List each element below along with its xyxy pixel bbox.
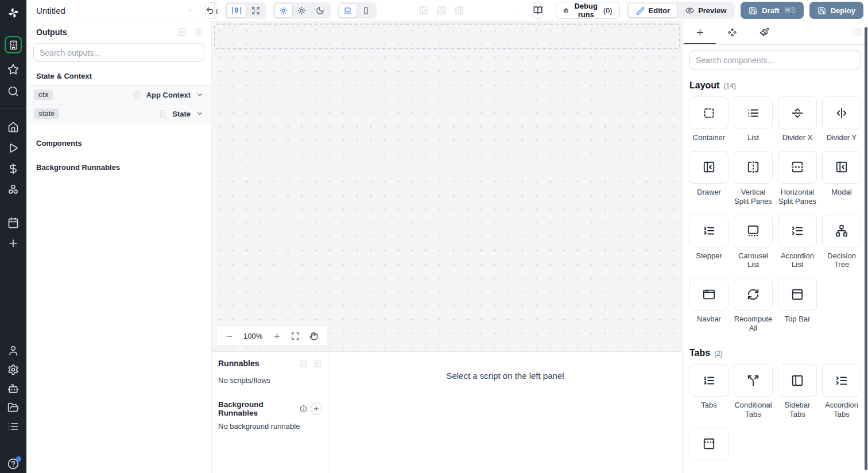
editor-mode-button[interactable]: Editor (628, 3, 679, 18)
component-card-divider-y[interactable]: Divider Y (822, 96, 861, 142)
carousel-list-card[interactable] (734, 215, 773, 247)
mobile-view-button[interactable] (357, 3, 375, 18)
component-card-list[interactable]: List (734, 96, 773, 142)
component-card-recompute-all[interactable]: Recompute All (734, 278, 773, 333)
theme-dark-button[interactable] (311, 3, 330, 18)
collapse-outputs-icon[interactable] (178, 28, 187, 37)
stepper-card[interactable] (689, 215, 728, 247)
collapse-runnables-icon[interactable] (299, 359, 308, 368)
output-row-state[interactable]: state State (26, 104, 211, 123)
navbar-card[interactable] (689, 278, 728, 311)
component-card-decision-tree[interactable]: Decision Tree (822, 215, 861, 270)
toggle-bottom-panel-icon[interactable] (437, 6, 446, 15)
sidebar-item-search[interactable] (0, 86, 26, 97)
component-card-vertical-split-panes[interactable]: Vertical Split Panes (734, 151, 773, 206)
vertical-split-panes-card[interactable] (734, 151, 773, 184)
modal-card[interactable] (822, 151, 861, 184)
more-menu-icon[interactable] (513, 6, 516, 15)
empty-drop-zone[interactable] (214, 24, 680, 49)
fit-screen-button[interactable] (291, 332, 300, 340)
divider-x-card[interactable] (778, 96, 817, 129)
search-outputs-input[interactable] (33, 43, 204, 62)
sidebar-item-home[interactable] (0, 122, 26, 133)
add-background-runnable-button[interactable] (311, 402, 322, 415)
theme-light-button[interactable] (293, 3, 311, 18)
component-label: Conditional Tabs (734, 401, 773, 419)
runnables-doc-icon[interactable] (313, 359, 322, 368)
sidebar-item-help[interactable] (0, 458, 26, 470)
deploy-button[interactable]: Deploy (809, 2, 863, 19)
collapse-components-panel-icon[interactable] (852, 28, 861, 37)
accordion-tabs-card[interactable] (822, 364, 861, 397)
drawer-card[interactable] (689, 151, 728, 184)
decision-tree-card[interactable] (822, 215, 861, 247)
component-card-stepper[interactable]: Stepper (689, 215, 728, 270)
rename-pencil-icon[interactable] (189, 6, 191, 15)
sidebar-item-star[interactable] (0, 64, 26, 75)
toggle-left-panel-icon[interactable] (419, 6, 428, 15)
zoom-reset-button[interactable]: |0| (226, 3, 247, 18)
tab-styling[interactable] (748, 21, 780, 44)
horizontal-split-panes-card[interactable] (778, 151, 817, 184)
desktop-view-button[interactable] (339, 3, 357, 18)
component-card-sidebar-tabs[interactable]: Sidebar Tabs (778, 364, 817, 419)
component-card-top-bar[interactable]: Top Bar (778, 278, 817, 333)
component-card-navbar[interactable]: Navbar (689, 278, 728, 333)
sidebar-item-dollar-sign[interactable] (0, 163, 26, 175)
container-card[interactable] (689, 96, 728, 129)
list-card[interactable] (734, 96, 773, 129)
component-card-carousel-list[interactable]: Carousel List (734, 215, 773, 270)
component-card-unnamed[interactable] (689, 428, 728, 464)
component-card-accordion-list[interactable]: Accordion List (778, 215, 817, 270)
sidebar-item-user[interactable] (0, 345, 26, 356)
components-panel-scrollbar[interactable] (865, 27, 867, 470)
component-card-tabs[interactable]: Tabs (689, 364, 728, 419)
tabs-card[interactable] (689, 364, 728, 397)
sidebar-item-resources[interactable] (0, 184, 26, 195)
draft-button[interactable]: Draft ⌘S (741, 2, 803, 19)
chevron-down-icon[interactable] (196, 110, 204, 118)
search-components-input[interactable] (689, 51, 861, 69)
fit-view-button[interactable] (247, 3, 265, 18)
chevron-down-icon[interactable] (196, 91, 204, 99)
preview-mode-button[interactable]: Preview (678, 3, 734, 18)
sidebar-item-calendar[interactable] (0, 217, 26, 228)
outputs-doc-icon[interactable] (194, 28, 203, 37)
component-card-drawer[interactable]: Drawer (689, 151, 728, 206)
zoom-in-button[interactable] (273, 332, 281, 340)
windmill-logo[interactable] (0, 0, 26, 26)
undo-button[interactable] (206, 3, 214, 18)
unnamed-card[interactable] (689, 428, 728, 460)
divider-y-card[interactable] (822, 96, 861, 129)
redo-button[interactable] (214, 3, 218, 18)
pan-tool-button[interactable] (309, 332, 318, 340)
tab-component-settings[interactable] (716, 21, 748, 44)
app-canvas[interactable]: ++++++++++++++++++++++++++++++++++ +++++… (212, 21, 682, 351)
component-card-horizontal-split-panes[interactable]: Horizontal Split Panes (778, 151, 817, 206)
sidebar-item-list[interactable] (0, 421, 26, 432)
component-card-modal[interactable]: Modal (822, 151, 861, 206)
accordion-list-card[interactable] (778, 215, 817, 247)
sidebar-tabs-card[interactable] (778, 364, 817, 397)
zoom-level: 100% (243, 332, 262, 340)
theme-auto-button[interactable] (274, 3, 293, 18)
sidebar-item-settings[interactable] (0, 364, 26, 375)
sidebar-item-bot[interactable] (0, 383, 26, 394)
zoom-out-button[interactable] (225, 332, 234, 340)
sidebar-item-folder-open[interactable] (0, 402, 26, 413)
recompute-all-card[interactable] (734, 278, 773, 311)
component-card-divider-x[interactable]: Divider X (778, 96, 817, 142)
component-card-conditional-tabs[interactable]: Conditional Tabs (734, 364, 773, 419)
sidebar-item-building[interactable] (0, 36, 26, 53)
output-row-ctx[interactable]: ctx App Context (26, 86, 211, 104)
component-card-accordion-tabs[interactable]: Accordion Tabs (822, 364, 861, 419)
top-bar-card[interactable] (778, 278, 817, 311)
sidebar-item-play[interactable] (0, 142, 26, 154)
sidebar-item-plus[interactable] (0, 238, 26, 249)
toggle-right-panel-icon[interactable] (455, 6, 464, 15)
conditional-tabs-card[interactable] (734, 364, 773, 397)
component-card-container[interactable]: Container (689, 96, 728, 142)
docs-button[interactable] (533, 2, 543, 19)
tab-insert-component[interactable] (684, 21, 716, 44)
debug-runs-button[interactable]: Debug runs (0) (556, 2, 619, 19)
